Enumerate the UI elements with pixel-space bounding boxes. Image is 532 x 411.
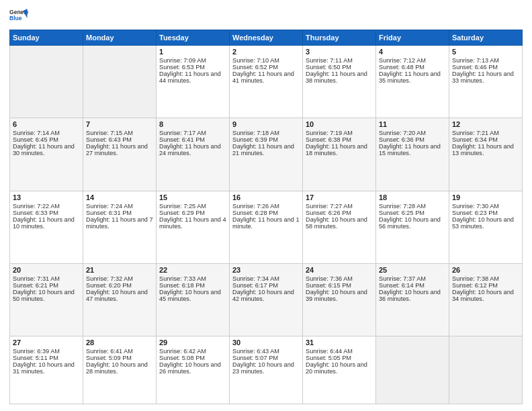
day-number: 18 bbox=[379, 193, 446, 201]
sunset-label: Sunset: 6:45 PM bbox=[13, 136, 58, 143]
sunrise-label: Sunrise: 7:32 AM bbox=[86, 275, 133, 282]
day-number: 15 bbox=[159, 193, 226, 201]
calendar-cell: 25Sunrise: 7:37 AMSunset: 6:14 PMDayligh… bbox=[376, 263, 449, 336]
sunrise-label: Sunrise: 7:30 AM bbox=[452, 203, 499, 210]
daylight-label: Daylight: 10 hours and 58 minutes. bbox=[306, 216, 367, 230]
sunrise-label: Sunrise: 7:14 AM bbox=[13, 130, 60, 136]
sunrise-label: Sunrise: 7:21 AM bbox=[452, 130, 499, 136]
sunrise-label: Sunrise: 7:12 AM bbox=[379, 57, 426, 64]
daylight-label: Daylight: 10 hours and 53 minutes. bbox=[452, 216, 514, 230]
day-number: 11 bbox=[379, 120, 446, 128]
day-number: 23 bbox=[232, 266, 300, 274]
sunset-label: Sunset: 6:39 PM bbox=[232, 136, 278, 143]
sunset-label: Sunset: 6:48 PM bbox=[379, 64, 425, 71]
daylight-label: Daylight: 10 hours and 36 minutes. bbox=[379, 289, 441, 302]
sunrise-label: Sunrise: 7:24 AM bbox=[86, 203, 133, 210]
sunset-label: Sunset: 6:15 PM bbox=[306, 282, 351, 289]
sunrise-label: Sunrise: 6:42 AM bbox=[159, 348, 206, 355]
daylight-label: Daylight: 11 hours and 15 minutes. bbox=[379, 143, 441, 156]
daylight-label: Daylight: 11 hours and 38 minutes. bbox=[306, 71, 367, 84]
day-number: 5 bbox=[452, 48, 519, 56]
calendar-cell: 5Sunrise: 7:13 AMSunset: 6:46 PMDaylight… bbox=[449, 46, 523, 118]
sunset-label: Sunset: 6:52 PM bbox=[232, 64, 278, 71]
day-number: 30 bbox=[232, 338, 300, 347]
day-number: 28 bbox=[86, 338, 153, 347]
daylight-label: Daylight: 11 hours and 27 minutes. bbox=[86, 143, 148, 156]
calendar-cell: 11Sunrise: 7:20 AMSunset: 6:36 PMDayligh… bbox=[376, 118, 449, 191]
sunset-label: Sunset: 6:26 PM bbox=[306, 210, 351, 216]
calendar-cell: 8Sunrise: 7:17 AMSunset: 6:41 PMDaylight… bbox=[157, 118, 230, 191]
day-number: 31 bbox=[306, 338, 373, 347]
calendar-cell bbox=[376, 336, 449, 404]
calendar-cell: 6Sunrise: 7:14 AMSunset: 6:45 PMDaylight… bbox=[10, 118, 83, 191]
calendar-cell: 12Sunrise: 7:21 AMSunset: 6:34 PMDayligh… bbox=[449, 118, 523, 191]
sunset-label: Sunset: 5:09 PM bbox=[86, 355, 132, 361]
calendar-cell: 28Sunrise: 6:41 AMSunset: 5:09 PMDayligh… bbox=[83, 336, 157, 404]
calendar-cell: 13Sunrise: 7:22 AMSunset: 6:33 PMDayligh… bbox=[10, 191, 83, 263]
sunrise-label: Sunrise: 6:43 AM bbox=[232, 348, 279, 355]
svg-text:Blue: Blue bbox=[9, 15, 22, 21]
header: General Blue bbox=[9, 7, 523, 26]
calendar-cell bbox=[10, 46, 83, 118]
day-number: 9 bbox=[232, 120, 300, 128]
sunrise-label: Sunrise: 7:17 AM bbox=[159, 130, 206, 136]
sunset-label: Sunset: 6:43 PM bbox=[86, 136, 132, 143]
daylight-label: Daylight: 11 hours and 13 minutes. bbox=[452, 143, 514, 156]
calendar-header-sunday: Sunday bbox=[10, 30, 83, 46]
day-number: 2 bbox=[232, 48, 300, 56]
sunrise-label: Sunrise: 7:36 AM bbox=[306, 275, 353, 282]
sunset-label: Sunset: 6:25 PM bbox=[379, 210, 425, 216]
sunset-label: Sunset: 6:18 PM bbox=[159, 282, 205, 289]
day-number: 27 bbox=[13, 338, 80, 347]
day-number: 6 bbox=[13, 120, 80, 128]
day-number: 29 bbox=[159, 338, 226, 347]
calendar-cell: 4Sunrise: 7:12 AMSunset: 6:48 PMDaylight… bbox=[376, 46, 449, 118]
sunrise-label: Sunrise: 6:39 AM bbox=[13, 348, 60, 355]
sunrise-label: Sunrise: 7:26 AM bbox=[232, 203, 279, 210]
day-number: 20 bbox=[13, 266, 80, 274]
daylight-label: Daylight: 11 hours and 35 minutes. bbox=[379, 71, 441, 84]
calendar-header-thursday: Thursday bbox=[303, 30, 376, 46]
sunset-label: Sunset: 6:17 PM bbox=[232, 282, 278, 289]
calendar-cell: 18Sunrise: 7:28 AMSunset: 6:25 PMDayligh… bbox=[376, 191, 449, 263]
daylight-label: Daylight: 10 hours and 31 minutes. bbox=[13, 361, 75, 375]
daylight-label: Daylight: 11 hours and 44 minutes. bbox=[159, 71, 221, 84]
calendar-week-3: 13Sunrise: 7:22 AMSunset: 6:33 PMDayligh… bbox=[10, 191, 523, 263]
sunrise-label: Sunrise: 6:41 AM bbox=[86, 348, 133, 355]
sunset-label: Sunset: 6:36 PM bbox=[379, 136, 425, 143]
sunset-label: Sunset: 6:29 PM bbox=[159, 210, 205, 216]
sunrise-label: Sunrise: 7:18 AM bbox=[232, 130, 279, 136]
calendar-cell: 27Sunrise: 6:39 AMSunset: 5:11 PMDayligh… bbox=[10, 336, 83, 404]
calendar-cell: 23Sunrise: 7:34 AMSunset: 6:17 PMDayligh… bbox=[230, 263, 303, 336]
calendar-header-wednesday: Wednesday bbox=[230, 30, 303, 46]
calendar-cell: 21Sunrise: 7:32 AMSunset: 6:20 PMDayligh… bbox=[83, 263, 157, 336]
daylight-label: Daylight: 10 hours and 34 minutes. bbox=[452, 289, 514, 302]
sunset-label: Sunset: 6:34 PM bbox=[452, 136, 498, 143]
sunset-label: Sunset: 5:07 PM bbox=[232, 355, 278, 361]
sunrise-label: Sunrise: 7:19 AM bbox=[306, 130, 353, 136]
day-number: 14 bbox=[86, 193, 153, 201]
sunset-label: Sunset: 6:21 PM bbox=[13, 282, 58, 289]
day-number: 12 bbox=[452, 120, 519, 128]
daylight-label: Daylight: 10 hours and 45 minutes. bbox=[159, 289, 221, 302]
daylight-label: Daylight: 10 hours and 42 minutes. bbox=[232, 289, 294, 302]
sunset-label: Sunset: 6:12 PM bbox=[452, 282, 498, 289]
calendar-week-2: 6Sunrise: 7:14 AMSunset: 6:45 PMDaylight… bbox=[10, 118, 523, 191]
sunset-label: Sunset: 6:50 PM bbox=[306, 64, 351, 71]
day-number: 1 bbox=[159, 48, 226, 56]
sunrise-label: Sunrise: 7:13 AM bbox=[452, 57, 499, 64]
daylight-label: Daylight: 11 hours and 1 minute. bbox=[232, 216, 300, 230]
sunrise-label: Sunrise: 7:37 AM bbox=[379, 275, 426, 282]
calendar-table: SundayMondayTuesdayWednesdayThursdayFrid… bbox=[9, 30, 523, 404]
daylight-label: Daylight: 11 hours and 41 minutes. bbox=[232, 71, 294, 84]
sunset-label: Sunset: 6:33 PM bbox=[13, 210, 58, 216]
day-number: 17 bbox=[306, 193, 373, 201]
daylight-label: Daylight: 11 hours and 33 minutes. bbox=[452, 71, 514, 84]
calendar-cell: 3Sunrise: 7:11 AMSunset: 6:50 PMDaylight… bbox=[303, 46, 376, 118]
daylight-label: Daylight: 10 hours and 28 minutes. bbox=[86, 361, 148, 375]
daylight-label: Daylight: 10 hours and 50 minutes. bbox=[13, 289, 75, 302]
sunrise-label: Sunrise: 7:27 AM bbox=[306, 203, 353, 210]
daylight-label: Daylight: 11 hours and 30 minutes. bbox=[13, 143, 75, 156]
daylight-label: Daylight: 11 hours and 24 minutes. bbox=[159, 143, 221, 156]
sunset-label: Sunset: 6:41 PM bbox=[159, 136, 205, 143]
